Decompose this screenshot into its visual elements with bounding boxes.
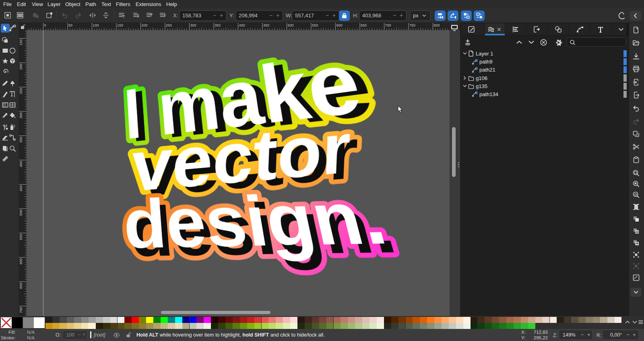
svg-text:400: 400	[239, 23, 245, 27]
svg-text:550: 550	[19, 234, 23, 240]
svg-text:350: 350	[19, 137, 23, 143]
svg-text:500: 500	[288, 23, 294, 27]
svg-text:design.: design.	[122, 178, 395, 263]
svg-text:400: 400	[19, 161, 23, 167]
svg-text:O: O	[634, 193, 636, 196]
svg-text:250: 250	[19, 88, 23, 94]
svg-text:650: 650	[19, 283, 23, 289]
svg-text:700: 700	[19, 307, 23, 313]
svg-text:450: 450	[263, 23, 269, 27]
svg-text:350: 350	[215, 23, 221, 27]
svg-text:250: 250	[166, 23, 172, 27]
svg-text:100: 100	[93, 23, 99, 27]
svg-text:300: 300	[190, 23, 196, 27]
svg-text:650: 650	[361, 23, 367, 27]
svg-text:550: 550	[312, 23, 318, 27]
svg-text:300: 300	[19, 113, 23, 119]
svg-text:700: 700	[385, 23, 391, 27]
svg-text:600: 600	[19, 259, 23, 265]
svg-text:500: 500	[19, 210, 23, 216]
svg-text:50: 50	[68, 23, 72, 27]
svg-text:800: 800	[434, 23, 440, 27]
svg-text:200: 200	[142, 23, 148, 27]
svg-text:750: 750	[409, 23, 415, 27]
svg-text:200: 200	[19, 64, 23, 70]
svg-text:150: 150	[117, 23, 123, 27]
svg-text:0: 0	[44, 23, 46, 27]
svg-text:600: 600	[336, 23, 343, 27]
svg-text:450: 450	[19, 185, 23, 191]
svg-text:150: 150	[19, 39, 23, 45]
